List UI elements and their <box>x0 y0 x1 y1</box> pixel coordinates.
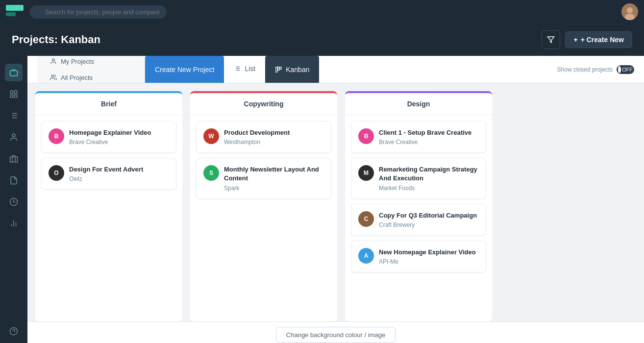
change-bg-button[interactable]: Change background colour / image <box>276 327 396 343</box>
kanban-card[interactable]: O Design For Event Advert Owlz <box>41 158 176 190</box>
kanban-column-design: Design B Client 1 - Setup Brave Creative… <box>345 91 492 321</box>
kanban-card[interactable]: B Homepage Explainer Video Brave Creativ… <box>41 121 176 153</box>
sidebar-item-dashboard[interactable] <box>5 85 23 103</box>
column-header-copywriting: Copywriting <box>190 93 337 115</box>
card-title: Design For Event Advert <box>69 165 169 174</box>
svg-rect-9 <box>10 95 13 98</box>
sidebar-item-list[interactable] <box>5 107 23 124</box>
file-icon <box>9 176 18 185</box>
sidebar-item-inbox[interactable] <box>5 64 23 81</box>
card-title: Client 1 - Setup Brave Creative <box>379 128 479 137</box>
tab-kanban[interactable]: Kanban <box>265 56 319 83</box>
all-projects-label: All Projects <box>61 74 93 81</box>
sidebar-item-companies[interactable] <box>5 150 23 168</box>
card-info: Design For Event Advert Owlz <box>69 165 169 182</box>
kanban-card[interactable]: B Client 1 - Setup Brave Creative Brave … <box>351 121 486 153</box>
column-header-brief: Brief <box>35 93 182 115</box>
people-nav-icon <box>50 74 57 81</box>
column-header-design: Design <box>345 93 492 115</box>
topbar <box>0 0 644 24</box>
avatar[interactable] <box>621 3 638 20</box>
card-avatar: M <box>358 165 374 181</box>
chart-icon <box>9 219 18 228</box>
clock-icon <box>9 197 18 206</box>
nav-item-all-projects[interactable]: All Projects <box>45 71 99 84</box>
sidebar-item-time[interactable] <box>5 193 23 211</box>
svg-marker-5 <box>548 37 554 43</box>
my-projects-label: My Projects <box>61 58 94 65</box>
card-subtitle: Craft Brewery <box>379 221 479 228</box>
svg-rect-8 <box>15 91 17 93</box>
kanban-tab-label: Kanban <box>286 66 309 74</box>
card-info: Homepage Explainer Video Brave Creative <box>69 128 169 146</box>
nav-item-my-projects[interactable]: My Projects <box>45 56 99 68</box>
card-avatar: B <box>49 128 64 144</box>
card-title: Copy For Q3 Editorial Campaign <box>379 211 479 220</box>
card-subtitle: Market Foods <box>379 185 479 192</box>
filter-button[interactable] <box>542 30 560 49</box>
sidebar-item-reports[interactable] <box>5 215 23 232</box>
main-layout: My Projects All Projects Create New Proj… <box>0 56 644 343</box>
create-new-button[interactable]: + + Create New <box>565 31 632 48</box>
svg-rect-32 <box>280 67 281 69</box>
create-new-project-label: Create New Project <box>155 66 214 74</box>
kanban-board: Brief B Homepage Explainer Video Brave C… <box>27 83 644 321</box>
kanban-card[interactable]: W Product Development Westhampton <box>196 121 331 153</box>
card-title: Homepage Explainer Video <box>69 128 169 137</box>
kanban-card[interactable]: S Monthly Newsletter Layout And Content … <box>196 158 331 198</box>
question-icon <box>9 327 18 336</box>
card-subtitle: Spark <box>224 185 324 192</box>
svg-rect-18 <box>10 157 18 162</box>
card-avatar: S <box>203 165 219 181</box>
filter-icon <box>547 36 555 44</box>
building-icon <box>9 154 18 163</box>
tab-create-new-project[interactable]: Create New Project <box>145 56 224 83</box>
search-wrapper <box>29 5 167 19</box>
card-avatar: A <box>358 248 374 264</box>
show-closed-toggle[interactable]: OFF <box>617 65 634 74</box>
card-subtitle: Owlz <box>69 175 169 182</box>
app-logo <box>6 5 24 19</box>
show-closed-label: Show closed projects <box>557 66 613 73</box>
sub-nav-left: My Projects All Projects <box>37 56 145 83</box>
sidebar-item-help[interactable] <box>5 322 23 340</box>
kanban-card[interactable]: M Remarketing Campaign Strategy And Exec… <box>351 158 486 198</box>
kanban-cards-copywriting: W Product Development Westhampton S Mont… <box>190 115 337 321</box>
svg-rect-7 <box>10 91 13 93</box>
kanban-column-brief: Brief B Homepage Explainer Video Brave C… <box>35 91 182 321</box>
card-subtitle: Westhampton <box>224 139 324 146</box>
search-input[interactable] <box>29 5 167 19</box>
sidebar <box>0 56 27 343</box>
card-subtitle: API-Me <box>379 258 479 265</box>
svg-point-17 <box>12 134 15 137</box>
show-closed-wrapper: Show closed projects OFF <box>557 65 634 74</box>
sidebar-item-contacts[interactable] <box>5 128 23 146</box>
change-bg-label: Change background colour / image <box>286 331 385 339</box>
list-tab-label: List <box>245 65 255 73</box>
svg-point-26 <box>51 75 54 77</box>
kanban-card[interactable]: A New Homepage Explainer Video API-Me <box>351 241 486 272</box>
list-icon <box>9 111 18 120</box>
tab-list[interactable]: List <box>224 56 265 83</box>
sub-nav: My Projects All Projects Create New Proj… <box>27 56 644 83</box>
tabs: Create New Project List Kanban <box>145 56 319 83</box>
content-area: My Projects All Projects Create New Proj… <box>27 56 644 343</box>
kanban-tab-icon <box>275 66 282 73</box>
person-nav-icon <box>50 58 57 65</box>
svg-rect-10 <box>15 95 17 98</box>
card-subtitle: Brave Creative <box>69 139 169 146</box>
kanban-card[interactable]: C Copy For Q3 Editorial Campaign Craft B… <box>351 204 486 236</box>
create-new-icon: + <box>573 36 577 44</box>
sidebar-item-documents[interactable] <box>5 172 23 189</box>
card-title: Monthly Newsletter Layout And Content <box>224 165 324 183</box>
svg-point-25 <box>52 59 55 61</box>
list-tab-icon <box>234 65 241 72</box>
card-subtitle: Brave Creative <box>379 139 479 146</box>
card-title: Product Development <box>224 128 324 137</box>
card-avatar: C <box>358 211 374 227</box>
toggle-off-label: OFF <box>622 67 633 73</box>
card-info: Client 1 - Setup Brave Creative Brave Cr… <box>379 128 479 146</box>
bottom-bar: Change background colour / image <box>27 321 644 343</box>
create-new-label: + Create New <box>581 36 624 44</box>
toggle-knob <box>618 66 621 73</box>
